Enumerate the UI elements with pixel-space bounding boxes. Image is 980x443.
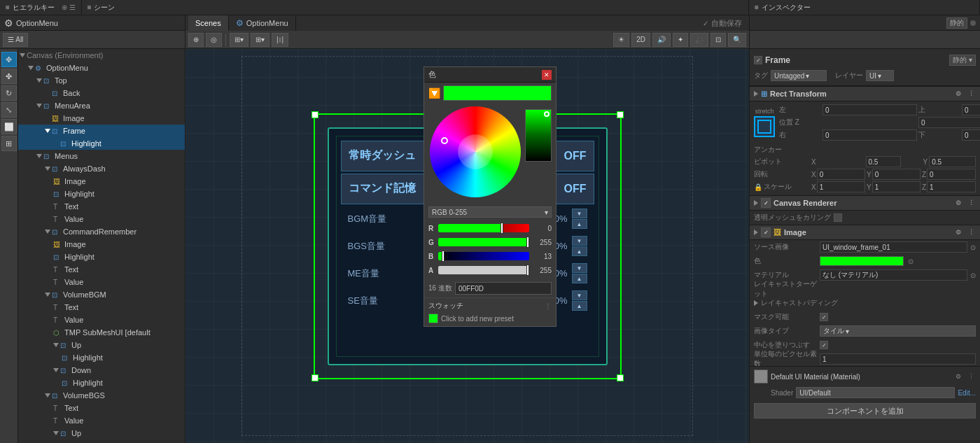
swatches-menu-icon[interactable]: ⋮ — [545, 302, 552, 310]
tree-up-bgm[interactable]: ⊡ Up — [18, 339, 185, 351]
canvas-renderer-header[interactable]: ✓ Canvas Renderer ⚙ ⋮ — [750, 195, 980, 211]
tree-text-vbgs[interactable]: T Text — [18, 402, 185, 414]
se-up-arrow[interactable]: ▲ — [572, 301, 587, 311]
tree-text-cr[interactable]: T Text — [18, 263, 185, 276]
gizmos-btn[interactable]: ⊡ — [710, 33, 726, 47]
color-select-icon[interactable]: ⊙ — [908, 258, 913, 265]
dm-overflow-icon[interactable]: ⋮ — [966, 372, 976, 381]
dm-settings-icon[interactable]: ⚙ — [953, 372, 963, 381]
rt-settings-icon[interactable]: ⚙ — [953, 89, 963, 99]
grid-btn[interactable]: ⊞▾ — [230, 33, 248, 47]
right-input[interactable] — [822, 129, 917, 141]
breadcrumb-optionmenu[interactable]: ⚙ OptionMenu — [229, 15, 296, 31]
tree-hl-cr[interactable]: ⊡ Highlight — [18, 251, 185, 263]
search-btn[interactable]: 🔍 — [728, 33, 746, 47]
raycast-padding-row[interactable]: レイキャストパディング — [750, 296, 980, 310]
anchor-preset-btn[interactable] — [754, 116, 775, 137]
ppu-input[interactable] — [820, 353, 976, 365]
cr-toggle[interactable]: ✓ — [761, 198, 771, 208]
img-overflow-icon[interactable]: ⋮ — [966, 227, 976, 237]
gizmo-btn[interactable]: ⊞▾ — [251, 33, 270, 47]
transform-pivot-btn[interactable]: ◎ — [206, 33, 222, 47]
scene-menu-icon[interactable]: ≡ — [88, 3, 92, 11]
2d-btn[interactable]: 2D — [631, 33, 650, 47]
rot-y-input[interactable] — [872, 169, 920, 180]
rect-tool-btn[interactable]: ⬜ — [1, 119, 17, 134]
transform-center-btn[interactable]: ⊕ — [188, 33, 204, 47]
tree-highlight-1[interactable]: ⊡ Highlight — [18, 137, 185, 150]
tree-val-cr[interactable]: T Value — [18, 276, 185, 288]
scale-lock-icon[interactable]: 🔒 — [754, 183, 762, 191]
bgm-arrows[interactable]: ▼ ▲ — [572, 209, 587, 229]
bgs-up-arrow[interactable]: ▲ — [572, 246, 587, 256]
swatch-add-row[interactable]: Click to add new preset — [428, 314, 552, 323]
me-down-arrow[interactable]: ▼ — [572, 263, 587, 273]
move-tool-btn[interactable]: ✤ — [1, 69, 17, 84]
tree-val-ad[interactable]: T Value — [18, 213, 185, 225]
tree-optionmenu[interactable]: ⚙ OptionMenu — [18, 62, 185, 74]
tree-img-cr[interactable]: 🖼 Image — [18, 238, 185, 251]
source-image-input[interactable] — [820, 241, 967, 253]
hex-input[interactable] — [455, 282, 552, 295]
color-saturation-square[interactable] — [525, 109, 552, 162]
image-header[interactable]: ✓ 🖼 Image ⚙ ⋮ — [750, 225, 980, 240]
edit-shader-btn[interactable]: Edit... — [958, 389, 976, 397]
tree-commandremember[interactable]: ⊡ CommandRemember — [18, 225, 185, 238]
select-tool-btn[interactable]: ✥ — [1, 52, 17, 67]
shader-dropdown[interactable]: UI/Default — [796, 387, 955, 398]
pivot-x-input[interactable] — [866, 156, 901, 167]
bgm-up-arrow[interactable]: ▲ — [572, 219, 587, 229]
scene-view[interactable]: 常時ダッシュ OFF コマンド記憶 OFF BGM音量 40% — [186, 49, 749, 443]
tree-hl-upbgs[interactable]: ⊡ Highlight — [18, 440, 185, 443]
tree-image-1[interactable]: 🖼 Image — [18, 112, 185, 125]
tree-frame[interactable]: ⊡ Frame — [18, 125, 185, 137]
me-arrows[interactable]: ▼ ▲ — [572, 263, 587, 283]
cr-overflow-icon[interactable]: ⋮ — [966, 198, 976, 208]
tree-volumebgm[interactable]: ⊡ VolumeBGM — [18, 288, 185, 301]
snap-btn[interactable]: |↕| — [272, 33, 288, 47]
tree-back[interactable]: ⊡ Back — [18, 87, 185, 99]
tree-volumebgs[interactable]: ⊡ VolumeBGS — [18, 389, 185, 402]
fx-btn[interactable]: ✦ — [673, 33, 688, 47]
color-wheel-area[interactable] — [427, 104, 553, 205]
source-image-select-icon[interactable]: ⊙ — [970, 244, 976, 251]
left-input[interactable] — [822, 104, 917, 115]
tree-val-vbgs[interactable]: T Value — [18, 414, 185, 427]
transform-tool-btn[interactable]: ⊞ — [1, 136, 17, 151]
a-track[interactable] — [438, 266, 529, 274]
tree-down-bgm[interactable]: ⊡ Down — [18, 364, 185, 377]
tree-text-vbgm[interactable]: T Text — [18, 301, 185, 314]
tree-menus[interactable]: ⊡ Menus — [18, 150, 185, 162]
b-track[interactable] — [438, 252, 529, 260]
color-mode-dropdown[interactable]: RGB 0-255 ▾ — [428, 206, 552, 218]
add-component-btn[interactable]: コンポーネントを追加 — [754, 403, 976, 419]
se-down-arrow[interactable]: ▼ — [572, 290, 587, 300]
img-toggle[interactable]: ✓ — [761, 227, 771, 237]
bgs-arrows[interactable]: ▼ ▲ — [572, 236, 587, 256]
material-select-icon[interactable]: ⊙ — [970, 272, 976, 279]
maskable-checkbox[interactable]: ✓ — [820, 313, 828, 321]
tree-img-ad[interactable]: 🖼 Image — [18, 175, 185, 188]
tree-top[interactable]: ⊡ Top — [18, 74, 185, 87]
tree-up-bgs[interactable]: ⊡ Up — [18, 427, 185, 440]
se-arrows[interactable]: ▼ ▲ — [572, 290, 587, 311]
me-up-arrow[interactable]: ▲ — [572, 274, 587, 283]
color-picker-close-btn[interactable]: ✕ — [542, 70, 552, 80]
g-track[interactable] — [438, 238, 529, 246]
tree-hl-downbgm[interactable]: ⊡ Highlight — [18, 377, 185, 389]
object-active-checkbox[interactable]: ✓ — [754, 56, 762, 64]
tree-val-vbgm[interactable]: T Value — [18, 314, 185, 326]
breadcrumb-scenes[interactable]: Scenes — [188, 15, 229, 31]
hierarchy-menu-icon[interactable]: ≡ — [6, 3, 10, 11]
scale-z-input[interactable] — [927, 181, 976, 192]
rt-overflow-icon[interactable]: ⋮ — [966, 89, 976, 99]
bottom-input[interactable] — [962, 129, 980, 141]
cr-settings-icon[interactable]: ⚙ — [953, 198, 963, 208]
rot-x-input[interactable] — [817, 169, 865, 180]
scene-camera-btn[interactable]: 🎥 — [690, 33, 708, 47]
tree-hl-ad[interactable]: ⊡ Highlight — [18, 188, 185, 200]
static-dropdown[interactable]: 静的 ▾ — [949, 55, 976, 66]
cull-checkbox[interactable] — [834, 213, 842, 222]
audio-btn[interactable]: 🔊 — [652, 33, 671, 47]
bgs-down-arrow[interactable]: ▼ — [572, 236, 587, 246]
